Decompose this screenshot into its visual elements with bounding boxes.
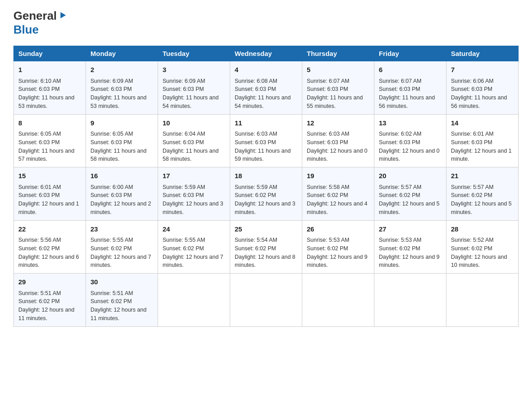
calendar-day-cell	[446, 274, 519, 327]
day-number: 6	[379, 65, 442, 75]
day-number: 21	[451, 171, 514, 181]
calendar-day-cell: 22Sunrise: 5:56 AMSunset: 6:02 PMDayligh…	[14, 220, 86, 274]
calendar-day-cell: 1Sunrise: 6:10 AMSunset: 6:03 PMDaylight…	[14, 61, 86, 115]
day-of-week-header: Saturday	[446, 46, 519, 61]
calendar-day-cell: 9Sunrise: 6:05 AMSunset: 6:03 PMDaylight…	[86, 114, 158, 167]
day-number: 10	[163, 118, 225, 128]
calendar-day-cell	[230, 274, 302, 327]
day-number: 18	[235, 171, 297, 181]
day-info: Sunrise: 6:09 AMSunset: 6:03 PMDaylight:…	[163, 77, 225, 111]
day-number: 9	[90, 118, 153, 128]
day-number: 30	[90, 277, 153, 287]
calendar-day-cell: 2Sunrise: 6:09 AMSunset: 6:03 PMDaylight…	[86, 61, 158, 115]
calendar-day-cell: 25Sunrise: 5:54 AMSunset: 6:02 PMDayligh…	[230, 220, 302, 274]
calendar-day-cell: 21Sunrise: 5:57 AMSunset: 6:02 PMDayligh…	[446, 167, 519, 221]
day-info: Sunrise: 5:58 AMSunset: 6:02 PMDaylight:…	[307, 183, 369, 217]
calendar-day-cell: 27Sunrise: 5:53 AMSunset: 6:02 PMDayligh…	[374, 220, 446, 274]
day-info: Sunrise: 5:59 AMSunset: 6:03 PMDaylight:…	[163, 183, 225, 217]
logo-blue-text: Blue	[13, 23, 39, 37]
day-info: Sunrise: 6:06 AMSunset: 6:03 PMDaylight:…	[451, 77, 514, 111]
day-info: Sunrise: 6:00 AMSunset: 6:03 PMDaylight:…	[90, 183, 153, 217]
day-number: 23	[90, 224, 153, 235]
calendar-day-cell: 24Sunrise: 5:55 AMSunset: 6:02 PMDayligh…	[158, 220, 230, 274]
day-info: Sunrise: 6:01 AMSunset: 6:03 PMDaylight:…	[451, 130, 514, 163]
day-info: Sunrise: 5:52 AMSunset: 6:02 PMDaylight:…	[451, 236, 514, 270]
day-info: Sunrise: 5:55 AMSunset: 6:02 PMDaylight:…	[90, 236, 153, 270]
day-number: 24	[163, 224, 225, 235]
calendar-day-cell: 14Sunrise: 6:01 AMSunset: 6:03 PMDayligh…	[446, 114, 519, 167]
day-number: 12	[307, 118, 369, 128]
day-info: Sunrise: 5:55 AMSunset: 6:02 PMDaylight:…	[163, 236, 225, 270]
calendar-day-cell: 18Sunrise: 5:59 AMSunset: 6:02 PMDayligh…	[230, 167, 302, 221]
day-number: 20	[379, 171, 442, 181]
day-number: 29	[18, 277, 81, 287]
day-number: 28	[451, 224, 514, 235]
day-number: 27	[379, 224, 442, 235]
day-number: 17	[163, 171, 225, 181]
day-of-week-header: Sunday	[14, 46, 86, 61]
day-number: 25	[235, 224, 297, 235]
day-info: Sunrise: 5:59 AMSunset: 6:02 PMDaylight:…	[235, 183, 297, 217]
calendar-table: SundayMondayTuesdayWednesdayThursdayFrid…	[13, 46, 519, 327]
day-info: Sunrise: 5:54 AMSunset: 6:02 PMDaylight:…	[235, 236, 297, 270]
day-info: Sunrise: 5:51 AMSunset: 6:02 PMDaylight:…	[90, 289, 153, 323]
calendar-day-cell	[374, 274, 446, 327]
day-of-week-header: Monday	[86, 46, 158, 61]
day-number: 11	[235, 118, 297, 128]
day-info: Sunrise: 6:10 AMSunset: 6:03 PMDaylight:…	[18, 77, 81, 111]
day-info: Sunrise: 5:57 AMSunset: 6:02 PMDaylight:…	[379, 183, 442, 217]
calendar-day-cell: 16Sunrise: 6:00 AMSunset: 6:03 PMDayligh…	[86, 167, 158, 221]
day-info: Sunrise: 6:07 AMSunset: 6:03 PMDaylight:…	[379, 77, 442, 111]
calendar-day-cell: 4Sunrise: 6:08 AMSunset: 6:03 PMDaylight…	[230, 61, 302, 115]
day-number: 4	[235, 65, 297, 75]
day-of-week-header: Wednesday	[230, 46, 302, 61]
day-info: Sunrise: 6:05 AMSunset: 6:03 PMDaylight:…	[18, 130, 81, 163]
day-info: Sunrise: 6:05 AMSunset: 6:03 PMDaylight:…	[90, 130, 153, 163]
logo-general-text: General	[13, 9, 57, 23]
day-info: Sunrise: 5:56 AMSunset: 6:02 PMDaylight:…	[18, 236, 81, 270]
calendar-day-cell	[158, 274, 230, 327]
day-number: 8	[18, 118, 81, 128]
calendar-day-cell	[302, 274, 374, 327]
page-header: General Blue	[13, 9, 519, 37]
calendar-day-cell: 6Sunrise: 6:07 AMSunset: 6:03 PMDaylight…	[374, 61, 446, 115]
day-info: Sunrise: 6:03 AMSunset: 6:03 PMDaylight:…	[235, 130, 297, 163]
day-info: Sunrise: 6:09 AMSunset: 6:03 PMDaylight:…	[90, 77, 153, 111]
calendar-header-row: SundayMondayTuesdayWednesdayThursdayFrid…	[14, 46, 519, 61]
day-number: 13	[379, 118, 442, 128]
day-number: 7	[451, 65, 514, 75]
day-number: 2	[90, 65, 153, 75]
day-info: Sunrise: 6:07 AMSunset: 6:03 PMDaylight:…	[307, 77, 369, 111]
day-number: 14	[451, 118, 514, 128]
day-info: Sunrise: 5:53 AMSunset: 6:02 PMDaylight:…	[307, 236, 369, 270]
calendar-week-row: 8Sunrise: 6:05 AMSunset: 6:03 PMDaylight…	[14, 114, 519, 167]
day-info: Sunrise: 5:51 AMSunset: 6:02 PMDaylight:…	[18, 289, 81, 323]
day-of-week-header: Tuesday	[158, 46, 230, 61]
calendar-day-cell: 17Sunrise: 5:59 AMSunset: 6:03 PMDayligh…	[158, 167, 230, 221]
calendar-day-cell: 26Sunrise: 5:53 AMSunset: 6:02 PMDayligh…	[302, 220, 374, 274]
logo: General Blue	[13, 9, 68, 37]
day-info: Sunrise: 6:08 AMSunset: 6:03 PMDaylight:…	[235, 77, 297, 111]
calendar-week-row: 29Sunrise: 5:51 AMSunset: 6:02 PMDayligh…	[14, 274, 519, 327]
day-number: 1	[18, 65, 81, 75]
calendar-day-cell: 10Sunrise: 6:04 AMSunset: 6:03 PMDayligh…	[158, 114, 230, 167]
day-number: 26	[307, 224, 369, 235]
day-number: 22	[18, 224, 81, 235]
day-of-week-header: Thursday	[302, 46, 374, 61]
day-number: 15	[18, 171, 81, 181]
calendar-day-cell: 8Sunrise: 6:05 AMSunset: 6:03 PMDaylight…	[14, 114, 86, 167]
calendar-day-cell: 5Sunrise: 6:07 AMSunset: 6:03 PMDaylight…	[302, 61, 374, 115]
day-info: Sunrise: 6:04 AMSunset: 6:03 PMDaylight:…	[163, 130, 225, 163]
logo-arrow-icon	[58, 10, 68, 22]
calendar-day-cell: 13Sunrise: 6:02 AMSunset: 6:03 PMDayligh…	[374, 114, 446, 167]
calendar-day-cell: 11Sunrise: 6:03 AMSunset: 6:03 PMDayligh…	[230, 114, 302, 167]
day-number: 5	[307, 65, 369, 75]
calendar-day-cell: 12Sunrise: 6:03 AMSunset: 6:03 PMDayligh…	[302, 114, 374, 167]
day-info: Sunrise: 5:53 AMSunset: 6:02 PMDaylight:…	[379, 236, 442, 270]
day-info: Sunrise: 6:02 AMSunset: 6:03 PMDaylight:…	[379, 130, 442, 163]
day-of-week-header: Friday	[374, 46, 446, 61]
calendar-day-cell: 19Sunrise: 5:58 AMSunset: 6:02 PMDayligh…	[302, 167, 374, 221]
calendar-day-cell: 20Sunrise: 5:57 AMSunset: 6:02 PMDayligh…	[374, 167, 446, 221]
calendar-day-cell: 3Sunrise: 6:09 AMSunset: 6:03 PMDaylight…	[158, 61, 230, 115]
calendar-day-cell: 28Sunrise: 5:52 AMSunset: 6:02 PMDayligh…	[446, 220, 519, 274]
